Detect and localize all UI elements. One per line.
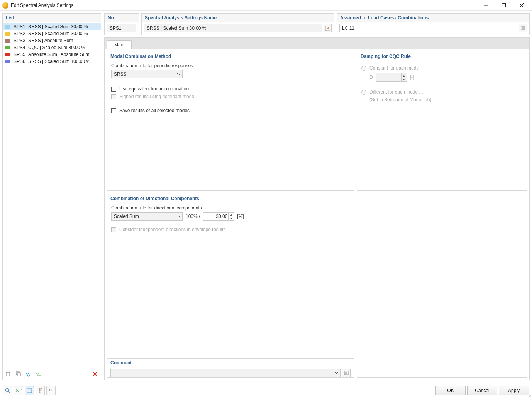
right-panel: No. Spectral Analysis Settings Name Assi… <box>104 13 530 380</box>
list-item[interactable]: SPS5Absolute Sum | Absolute Sum <box>3 51 101 58</box>
minimize-icon <box>484 3 488 7</box>
direction-combo-select[interactable]: Scaled Sum <box>111 212 183 221</box>
comment-edit-button[interactable] <box>342 369 351 377</box>
direction-combo-value: Scaled Sum <box>114 214 139 219</box>
content: List SPS1SRSS | Scaled Sum 30.00 %SPS2SR… <box>0 11 532 383</box>
tabs-container: Main Modal Combination Method Combinatio… <box>104 37 530 380</box>
titlebar: Edit Spectral Analysis Settings <box>0 0 532 11</box>
maximize-icon <box>502 3 506 7</box>
uncheck-icon <box>36 371 42 377</box>
help-button[interactable] <box>3 386 12 395</box>
delete-icon <box>92 371 98 377</box>
color-swatch <box>5 39 10 43</box>
spinner-buttons[interactable]: ▲▼ <box>228 213 234 220</box>
spinner-buttons: ▲▼ <box>401 73 407 81</box>
pencil-icon <box>325 26 330 31</box>
percent-unit: [%] <box>237 214 244 219</box>
radio-circle <box>361 90 366 95</box>
percent-spinner[interactable]: 30.00 ▲▼ <box>203 212 234 221</box>
list-item[interactable]: SPS6SRSS | Scaled Sum 100.00 % <box>3 58 101 65</box>
check-icon <box>25 371 32 377</box>
svg-rect-0 <box>502 3 506 7</box>
direction-header: Combination of Directional Components <box>107 194 354 203</box>
chk-signed-label: Signed results using dominant mode <box>119 94 194 99</box>
modal-combo-label: Combination rule for periodic responses <box>111 63 350 68</box>
app-icon <box>2 2 8 9</box>
tab-body: Modal Combination Method Combination rul… <box>105 49 529 380</box>
view1-button[interactable] <box>25 386 34 395</box>
apply-button[interactable]: Apply <box>499 386 529 395</box>
view2-button[interactable] <box>36 386 45 395</box>
chk-equivalent-label: Use equivalent linear combination <box>119 86 189 92</box>
rect-icon <box>26 388 32 394</box>
units-button[interactable]: 0.00 <box>14 386 23 395</box>
assigned-browse-button[interactable] <box>519 24 527 32</box>
damping-header: Damping for CQC Rule <box>357 52 527 61</box>
list-item[interactable]: SPS1SRSS | Scaled Sum 30.00 % <box>3 23 101 30</box>
modal-combo-value: SRSS <box>114 71 127 77</box>
list-item-code: SPS3 <box>14 37 25 44</box>
list-item-code: SPS5 <box>14 51 25 58</box>
delete-item-button[interactable] <box>91 370 99 378</box>
radio-different-sub: (Set in Selection of Mode Tab) <box>369 97 523 102</box>
copy-item-button[interactable] <box>14 370 23 378</box>
svg-text:f: f <box>49 388 51 393</box>
svg-text:x: x <box>51 389 52 391</box>
color-swatch <box>5 46 10 49</box>
function-icon: fx <box>48 388 54 394</box>
list-item[interactable]: SPS3SRSS | Absolute Sum <box>3 37 101 44</box>
comment-header: Comment <box>107 359 354 367</box>
checkbox-box <box>111 227 116 232</box>
comment-select[interactable] <box>110 369 341 377</box>
tab-main[interactable]: Main <box>107 40 132 49</box>
resize-grip[interactable] <box>527 393 531 397</box>
color-swatch <box>5 53 10 56</box>
function-button[interactable]: fx <box>46 386 56 395</box>
list-item[interactable]: SPS2SRSS | Scaled Sum 30.00 % <box>3 30 101 37</box>
browse-icon <box>520 26 526 31</box>
list-header: List <box>3 14 101 22</box>
assigned-field[interactable] <box>339 24 517 32</box>
svg-rect-1 <box>6 372 10 376</box>
check-all-button[interactable] <box>24 370 33 378</box>
no-field[interactable] <box>107 24 136 32</box>
list-item-label: SRSS | Scaled Sum 30.00 % <box>28 24 88 30</box>
radio-different: Different for each mode ... <box>361 89 523 95</box>
chevron-down-icon <box>335 371 339 375</box>
direction-combo-label: Combination rule for directional compone… <box>111 205 350 211</box>
uncheck-all-button[interactable] <box>34 370 43 378</box>
list-item-label: CQC | Scaled Sum 30.00 % <box>28 44 86 51</box>
comment-group: Comment <box>107 358 354 378</box>
modal-combo-select[interactable]: SRSS <box>111 70 183 78</box>
rename-button[interactable] <box>324 24 332 32</box>
chk-independent-label: Consider independent directions in envel… <box>119 227 226 232</box>
d-row: D ▲▼ [-] <box>369 73 523 82</box>
minimize-button[interactable] <box>477 0 495 11</box>
close-button[interactable] <box>513 0 530 11</box>
list-item[interactable]: SPS4CQC | Scaled Sum 30.00 % <box>3 44 101 51</box>
chevron-down-icon <box>177 214 181 218</box>
list-panel: List SPS1SRSS | Scaled Sum 30.00 %SPS2SR… <box>2 13 101 380</box>
no-header: No. <box>105 14 139 22</box>
new-item-button[interactable] <box>4 370 13 378</box>
chk-signed: Signed results using dominant mode <box>111 94 350 99</box>
damping-group: Damping for CQC Rule Constant for each m… <box>357 52 527 191</box>
ok-button[interactable]: OK <box>435 386 466 395</box>
copy-icon <box>15 371 22 377</box>
assigned-header: Assigned to Load Cases / Combinations <box>337 14 529 22</box>
radio-circle <box>361 66 366 71</box>
units-icon: 0.00 <box>15 388 22 394</box>
checkbox-box <box>111 108 116 113</box>
chk-save[interactable]: Save results of all selected modes <box>111 108 350 113</box>
maximize-button[interactable] <box>495 0 513 11</box>
checkbox-box <box>111 87 116 92</box>
new-icon <box>5 371 12 377</box>
direction-group: Combination of Directional Components Co… <box>107 194 354 355</box>
chk-equivalent[interactable]: Use equivalent linear combination <box>111 86 350 92</box>
list-item-code: SPS6 <box>14 58 25 65</box>
person-icon <box>37 388 43 394</box>
percent-label: 100% / <box>186 214 200 219</box>
cancel-button[interactable]: Cancel <box>467 386 497 395</box>
list-item-label: SRSS | Scaled Sum 100.00 % <box>28 58 90 65</box>
name-field[interactable] <box>144 24 322 32</box>
